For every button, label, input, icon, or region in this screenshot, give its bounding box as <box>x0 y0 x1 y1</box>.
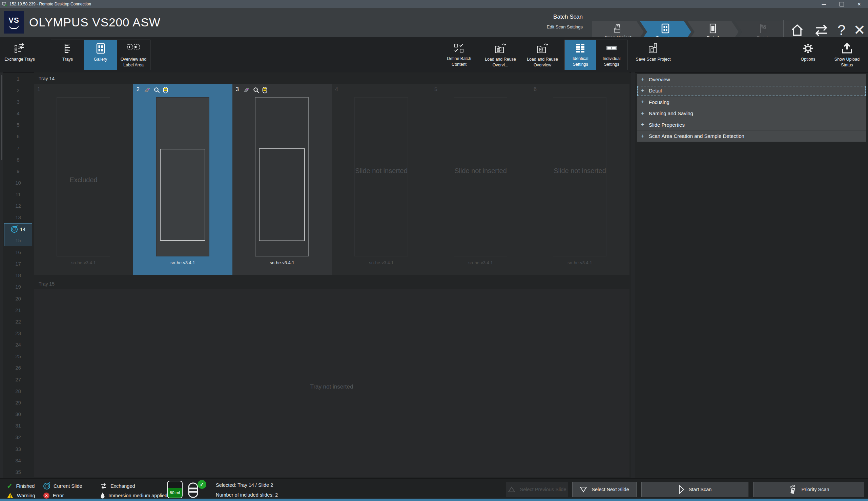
tray14-title: Tray 14 <box>39 76 55 81</box>
slide-glass[interactable] <box>156 97 210 256</box>
tray-list-item[interactable]: 30 <box>4 408 32 420</box>
slide-card-1[interactable]: 1 Excluded sn-he-v3.4.1 <box>34 84 133 275</box>
slide-label: sn-he-v3.4.1 <box>133 260 233 265</box>
load-reuse-overview-button[interactable]: Load and Reuse Overview <box>522 40 563 70</box>
select-previous-slide-button[interactable]: Select Previous Slide <box>506 482 568 497</box>
slide-card-3[interactable]: 3 sn-he-v3.4.1 <box>233 84 332 275</box>
divider <box>589 20 589 39</box>
help-button[interactable]: ? <box>837 23 845 37</box>
tray-list-item[interactable]: 4 <box>4 107 32 119</box>
tray-list-item[interactable]: 3 <box>4 96 32 107</box>
tray-list-item[interactable]: 11 <box>4 189 32 200</box>
settings-section[interactable]: Focusing <box>637 97 866 108</box>
priority-scan-button[interactable]: Priority Scan <box>753 482 864 497</box>
minimize-button[interactable]: — <box>815 0 833 8</box>
load-reuse-overview-settings-button[interactable]: Load and Reuse Overvi... <box>480 40 521 70</box>
tray-list-item[interactable]: 10 <box>4 177 32 188</box>
save-scan-project-button[interactable]: Save Scan Project <box>634 40 672 70</box>
settings-section[interactable]: Slide Properties <box>637 119 866 131</box>
overview-label-area-button[interactable]: Overview and Label Area <box>117 40 150 70</box>
tray-list-item[interactable]: 21 <box>4 304 32 316</box>
settings-section[interactable]: Detail <box>637 85 866 97</box>
slide-card-6[interactable]: 6 Slide not inserted sn-he-v3.4.1 <box>530 84 630 275</box>
close-window-button[interactable]: ✕ <box>850 0 868 8</box>
magnifier-icon[interactable] <box>154 87 160 93</box>
scan-area-rect[interactable] <box>160 149 205 241</box>
scan-area-rect[interactable] <box>259 148 305 241</box>
oil-ok-check-icon: ✓ <box>197 480 206 489</box>
tray-list-item[interactable]: 23 <box>4 327 32 339</box>
magnifier-icon[interactable] <box>253 87 259 93</box>
start-scan-button[interactable]: Start Scan <box>641 482 748 497</box>
tray-number: 20 <box>15 296 21 301</box>
warning-icon <box>7 492 13 499</box>
rdp-icon <box>2 2 7 7</box>
expand-icon <box>641 110 645 117</box>
define-batch-content-button[interactable]: Define Batch Content <box>440 40 479 70</box>
tray-list-item[interactable]: 12 <box>4 200 32 212</box>
settings-section[interactable]: Naming and Saving <box>637 108 866 120</box>
tray-list-item[interactable]: 25 <box>4 351 32 362</box>
tray-list: 1234567891011121314151617181920212223242… <box>4 73 32 478</box>
exchange-trays-button[interactable]: Exchange Trays <box>3 40 36 70</box>
tray-list-item[interactable]: 27 <box>4 374 32 385</box>
view-mode-group: Trays Gallery Overview and Label Area <box>51 40 150 70</box>
tray-list-item[interactable]: 26 <box>4 362 32 374</box>
close-app-button[interactable]: ✕ <box>854 23 865 37</box>
tray-list-scrollbar[interactable] <box>0 73 3 478</box>
settings-section[interactable]: Scan Area Creation and Sample Detection <box>637 131 866 142</box>
tray-list-item[interactable]: 35 <box>4 466 32 478</box>
trays-view-button[interactable]: Trays <box>51 40 84 70</box>
tray-list-item[interactable]: 32 <box>4 431 32 443</box>
app-header: VS OLYMPUS VS200 ASW Batch Scan Edit Sca… <box>0 8 868 38</box>
tray-list-item[interactable]: 7 <box>4 142 32 154</box>
tray-list-item[interactable]: 15 <box>4 235 32 246</box>
slide-card-2[interactable]: 2 sn-he-v3.4.1 <box>133 84 233 275</box>
individual-settings-button[interactable]: Individual Settings <box>596 40 628 70</box>
tray-number: 15 <box>15 237 21 243</box>
tray-list-item[interactable]: 6 <box>4 131 32 142</box>
exchange-button[interactable] <box>813 23 829 37</box>
mode-title: Batch Scan <box>498 13 583 20</box>
maximize-button[interactable] <box>833 0 850 8</box>
tray-list-item[interactable]: 1 <box>4 73 32 84</box>
tray-list-item[interactable]: 34 <box>4 455 32 466</box>
tray-list-item[interactable]: 33 <box>4 443 32 455</box>
tray-list-item[interactable]: 20 <box>4 293 32 304</box>
identical-settings-button[interactable]: Identical Settings <box>565 40 596 70</box>
gallery-scrollbar[interactable] <box>631 73 635 478</box>
tray-list-item[interactable]: 13 <box>4 212 32 223</box>
settings-section[interactable]: Overview <box>637 74 866 85</box>
tray-list-item[interactable]: 14 <box>4 223 32 235</box>
tray-list-item[interactable]: 28 <box>4 385 32 397</box>
tray-list-item[interactable]: 8 <box>4 154 32 165</box>
tray-list-item[interactable]: 2 <box>4 84 32 96</box>
slide-glass[interactable] <box>255 97 309 256</box>
slide-glass <box>354 97 408 256</box>
tray-list-item[interactable]: 18 <box>4 270 32 281</box>
tray-list-item[interactable]: 22 <box>4 316 32 327</box>
slide-preview-icon <box>243 87 250 93</box>
slide-preview-icon <box>144 87 151 93</box>
home-button[interactable] <box>790 22 805 38</box>
tray-list-item[interactable]: 16 <box>4 246 32 258</box>
mode-subtitle: Edit Scan Settings <box>498 24 583 30</box>
tray-list-item[interactable]: 5 <box>4 119 32 131</box>
scrollbar-thumb[interactable] <box>1 75 2 160</box>
options-button[interactable]: Options <box>791 40 825 70</box>
tray-list-item[interactable]: 9 <box>4 165 32 177</box>
slide-card-4[interactable]: 4 Slide not inserted sn-he-v3.4.1 <box>332 84 431 275</box>
tray-list-item[interactable]: 29 <box>4 397 32 408</box>
slide-label: sn-he-v3.4.1 <box>34 260 133 265</box>
tray-list-item[interactable]: 17 <box>4 258 32 270</box>
slide-card-5[interactable]: 5 Slide not inserted sn-he-v3.4.1 <box>431 84 530 275</box>
slide-status-icons <box>144 87 168 94</box>
tray-list-item[interactable]: 31 <box>4 420 32 431</box>
settings-mode-group: Identical Settings Individual Settings <box>565 40 628 70</box>
select-next-slide-button[interactable]: Select Next Slide <box>572 482 636 497</box>
tray-list-item[interactable]: 24 <box>4 339 32 351</box>
rdp-titlebar: 152.19.58.239 - Remote Desktop Connectio… <box>0 0 868 8</box>
gallery-view-button[interactable]: Gallery <box>84 40 117 70</box>
show-upload-status-button[interactable]: Show Upload Status <box>828 40 866 70</box>
tray-list-item[interactable]: 19 <box>4 281 32 293</box>
